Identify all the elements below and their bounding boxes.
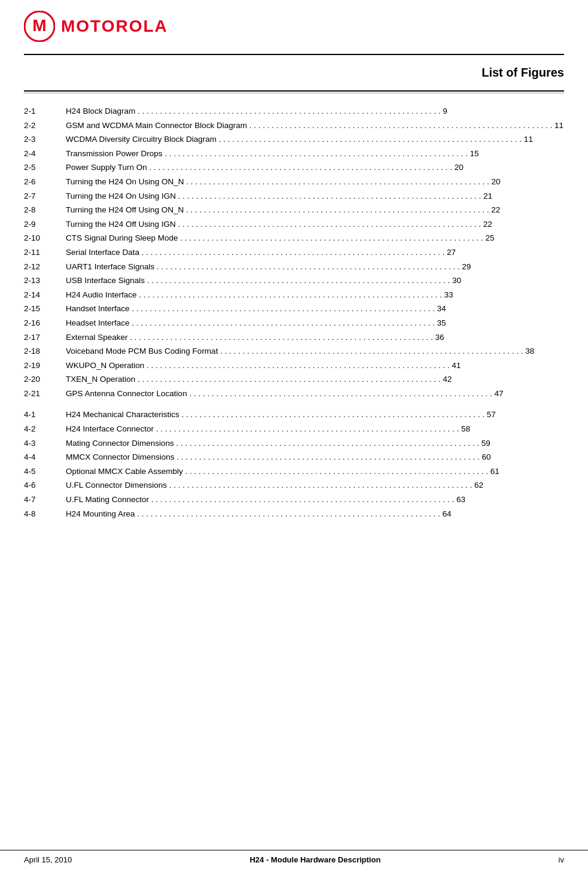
figure-entry: External Speaker . . . . . . . . . . . .… (66, 330, 564, 345)
figure-number: 2-7 (24, 189, 66, 203)
figure-number: 4-2 (24, 422, 66, 436)
main-content: 2-1H24 Block Diagram . . . . . . . . . .… (0, 93, 588, 521)
figure-number: 2-15 (24, 302, 66, 316)
figure-entry: CTS Signal During Sleep Mode . . . . . .… (66, 231, 564, 245)
figure-number: 2-16 (24, 316, 66, 330)
motorola-badge-icon: M (24, 11, 55, 42)
list-item: 4-5Optional MMCX Cable Assembly . . . . … (24, 464, 564, 479)
figure-entry: U.FL Connector Dimensions . . . . . . . … (66, 478, 564, 493)
figure-number: 2-19 (24, 358, 66, 373)
figure-entry: Mating Connector Dimensions . . . . . . … (66, 436, 564, 451)
figure-number: 4-6 (24, 478, 66, 493)
figures-table: 2-1H24 Block Diagram . . . . . . . . . .… (24, 104, 564, 521)
list-item: 2-14H24 Audio Interface . . . . . . . . … (24, 288, 564, 302)
figure-number: 2-4 (24, 147, 66, 161)
list-item: 4-1H24 Mechanical Characteristics . . . … (24, 408, 564, 422)
figure-entry: H24 Block Diagram . . . . . . . . . . . … (66, 104, 564, 118)
figure-number: 2-11 (24, 245, 66, 260)
list-item: 2-15Handset Interface . . . . . . . . . … (24, 302, 564, 316)
page-title: List of Figures (482, 66, 564, 79)
list-item: 4-3Mating Connector Dimensions . . . . .… (24, 436, 564, 451)
list-item: 4-4MMCX Connector Dimensions . . . . . .… (24, 450, 564, 464)
list-item: 2-10CTS Signal During Sleep Mode . . . .… (24, 231, 564, 245)
figure-entry: Headset Interface . . . . . . . . . . . … (66, 316, 564, 330)
list-item: 4-2H24 Interface Connector . . . . . . .… (24, 422, 564, 436)
list-item: 2-12UART1 Interface Signals . . . . . . … (24, 260, 564, 274)
list-item: 2-1H24 Block Diagram . . . . . . . . . .… (24, 104, 564, 118)
figure-number: 2-8 (24, 203, 66, 217)
svg-text:M: M (32, 16, 46, 35)
figure-number: 4-4 (24, 450, 66, 464)
figure-number: 2-6 (24, 175, 66, 189)
list-item: 4-7U.FL Mating Connector . . . . . . . .… (24, 493, 564, 507)
figure-number: 4-1 (24, 408, 66, 422)
figure-number: 2-2 (24, 118, 66, 133)
list-item: 2-17External Speaker . . . . . . . . . .… (24, 330, 564, 345)
figure-entry: USB Interface Signals . . . . . . . . . … (66, 274, 564, 288)
content-divider-top (24, 90, 564, 92)
figure-entry: MMCX Connector Dimensions . . . . . . . … (66, 450, 564, 464)
figure-entry: WCDMA Diversity Circuitry Block Diagram … (66, 132, 564, 147)
figure-entry: Transmission Power Drops . . . . . . . .… (66, 147, 564, 161)
figure-number: 2-5 (24, 160, 66, 175)
figure-number: 4-8 (24, 507, 66, 521)
header: M MOTOROLA (0, 0, 588, 48)
footer: April 15, 2010 H24 - Module Hardware Des… (0, 850, 588, 869)
figure-number: 2-3 (24, 132, 66, 147)
figure-number: 2-12 (24, 260, 66, 274)
figure-number: 2-20 (24, 372, 66, 387)
list-item: 2-13USB Interface Signals . . . . . . . … (24, 274, 564, 288)
figure-number: 4-7 (24, 493, 66, 507)
figure-number: 2-9 (24, 217, 66, 232)
list-item: 2-6Turning the H24 On Using ON_N . . . .… (24, 175, 564, 189)
figure-entry: Serial Interface Data . . . . . . . . . … (66, 245, 564, 260)
figure-number: 2-21 (24, 387, 66, 401)
figure-entry: Optional MMCX Cable Assembly . . . . . .… (66, 464, 564, 479)
figure-entry: Turning the H24 Off Using ON_N . . . . .… (66, 203, 564, 217)
figure-number: 2-17 (24, 330, 66, 345)
figure-entry: Turning the H24 Off Using IGN . . . . . … (66, 217, 564, 232)
footer-page: iv (559, 855, 564, 864)
list-item: 2-7Turning the H24 On Using IGN . . . . … (24, 189, 564, 203)
figure-entry: H24 Interface Connector . . . . . . . . … (66, 422, 564, 436)
figure-entry: GPS Antenna Connector Location . . . . .… (66, 387, 564, 401)
list-item: 2-8Turning the H24 Off Using ON_N . . . … (24, 203, 564, 217)
figure-entry: Power Supply Turn On . . . . . . . . . .… (66, 160, 564, 175)
motorola-logo-text: MOTOROLA (61, 17, 168, 36)
page-title-area: List of Figures (0, 55, 588, 90)
footer-date: April 15, 2010 (24, 855, 72, 864)
list-item: 2-21GPS Antenna Connector Location . . .… (24, 387, 564, 401)
list-item: 2-19WKUPO_N Operation . . . . . . . . . … (24, 358, 564, 373)
figure-entry: H24 Mechanical Characteristics . . . . .… (66, 408, 564, 422)
list-item: 2-9Turning the H24 Off Using IGN . . . .… (24, 217, 564, 232)
figure-number: 4-5 (24, 464, 66, 479)
list-item: 2-16Headset Interface . . . . . . . . . … (24, 316, 564, 330)
footer-title: H24 - Module Hardware Description (249, 855, 380, 864)
figure-entry: H24 Audio Interface . . . . . . . . . . … (66, 288, 564, 302)
figure-entry: Handset Interface . . . . . . . . . . . … (66, 302, 564, 316)
figure-entry: TXEN_N Operation . . . . . . . . . . . .… (66, 372, 564, 387)
figure-entry: H24 Mounting Area . . . . . . . . . . . … (66, 507, 564, 521)
list-item: 2-20TXEN_N Operation . . . . . . . . . .… (24, 372, 564, 387)
figure-entry: Voiceband Mode PCM Bus Coding Format . .… (66, 344, 564, 358)
figure-number: 4-3 (24, 436, 66, 451)
figure-number: 2-1 (24, 104, 66, 118)
list-item: 2-18Voiceband Mode PCM Bus Coding Format… (24, 344, 564, 358)
list-item: 4-8H24 Mounting Area . . . . . . . . . .… (24, 507, 564, 521)
figure-number: 2-10 (24, 231, 66, 245)
figure-entry: Turning the H24 On Using ON_N . . . . . … (66, 175, 564, 189)
figure-entry: WKUPO_N Operation . . . . . . . . . . . … (66, 358, 564, 373)
motorola-logo: M MOTOROLA (24, 11, 168, 42)
figure-entry: GSM and WCDMA Main Connector Block Diagr… (66, 118, 564, 133)
list-item: 2-11Serial Interface Data . . . . . . . … (24, 245, 564, 260)
figure-entry: Turning the H24 On Using IGN . . . . . .… (66, 189, 564, 203)
list-item: 2-3WCDMA Diversity Circuitry Block Diagr… (24, 132, 564, 147)
figure-number: 2-14 (24, 288, 66, 302)
figure-entry: UART1 Interface Signals . . . . . . . . … (66, 260, 564, 274)
figure-number: 2-13 (24, 274, 66, 288)
list-item: 4-6U.FL Connector Dimensions . . . . . .… (24, 478, 564, 493)
figure-entry: U.FL Mating Connector . . . . . . . . . … (66, 493, 564, 507)
list-item: 2-4Transmission Power Drops . . . . . . … (24, 147, 564, 161)
list-item: 2-2GSM and WCDMA Main Connector Block Di… (24, 118, 564, 133)
list-item: 2-5Power Supply Turn On . . . . . . . . … (24, 160, 564, 175)
